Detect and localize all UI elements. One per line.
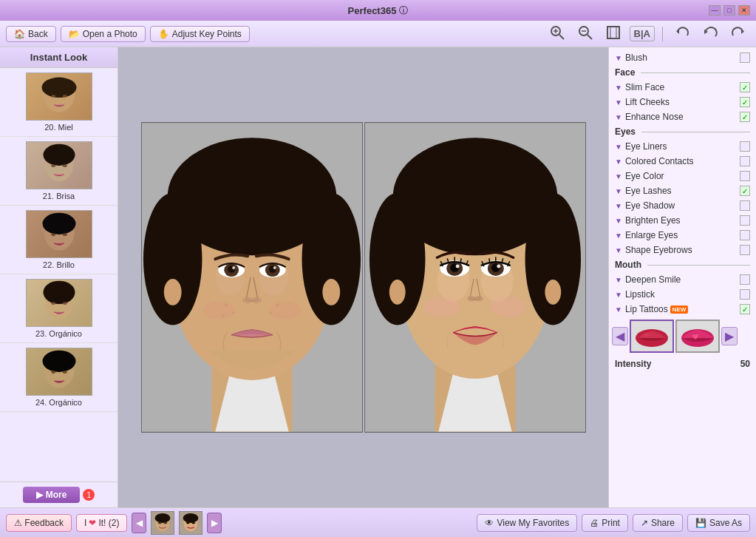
svg-point-51 (251, 297, 262, 303)
colored-contacts-checkbox[interactable] (740, 156, 750, 166)
app-title: Perfect365 (348, 5, 397, 16)
blush-arrow[interactable]: ▼ (615, 54, 622, 62)
eye-lashes-arrow[interactable]: ▼ (615, 187, 622, 195)
adjust-key-points-button[interactable]: ✋ Adjust Key Points (150, 26, 250, 42)
lip-thumb-1[interactable] (630, 320, 674, 353)
open-photo-button[interactable]: 📂 Open a Photo (61, 26, 146, 42)
slim-face-arrow[interactable]: ▼ (615, 84, 622, 92)
next-thumb-button[interactable]: ▶ (207, 513, 222, 533)
lipstick-label: Lipstick (625, 289, 737, 300)
sidebar-label-23: 23. Orgánico (35, 329, 82, 338)
slim-face-checkbox[interactable]: ✓ (740, 82, 750, 92)
favorites-icon: 👁 (485, 518, 494, 528)
restore-button[interactable]: □ (723, 5, 735, 16)
lipstick-checkbox[interactable] (740, 289, 750, 300)
sidebar-thumb-24 (26, 348, 92, 396)
sidebar-thumb-22 (26, 210, 92, 258)
sidebar-item-22[interactable]: 22. Brillo (0, 206, 118, 274)
feedback-button[interactable]: ⚠ Feedback (6, 514, 72, 532)
eye-color-checkbox[interactable] (740, 171, 750, 181)
brighten-eyes-arrow[interactable]: ▼ (615, 217, 622, 225)
eye-lashes-label: Eye Lashes (625, 186, 737, 196)
enhance-nose-label: Enhance Nose (625, 112, 737, 122)
bia-button[interactable]: B|A (630, 26, 655, 41)
redo-button[interactable] (726, 24, 750, 44)
ilike-button[interactable]: I ❤ It! (2) (76, 514, 127, 532)
blush-row: ▼ Blush (609, 50, 756, 65)
minimize-button[interactable]: — (709, 5, 721, 16)
shape-eyebrows-row: ▼ Shape Eyebrows (609, 243, 756, 257)
close-button[interactable]: ✕ (738, 5, 750, 16)
deepen-smile-label: Deepen Smile (625, 274, 737, 285)
view-favorites-button[interactable]: 👁 View My Favorites (477, 514, 577, 532)
svg-point-60 (322, 279, 340, 305)
lip-next-arrow[interactable]: ▶ (721, 327, 738, 345)
more-arrow-icon: ▶ (36, 490, 43, 500)
fit-button[interactable] (602, 24, 625, 44)
deepen-smile-checkbox[interactable] (740, 274, 750, 285)
shape-eyebrows-label: Shape Eyebrows (625, 245, 737, 255)
blush-checkbox[interactable] (740, 53, 750, 63)
brighten-eyes-label: Brighten Eyes (625, 215, 737, 226)
lip-tattoos-checkbox[interactable]: ✓ (740, 304, 750, 314)
lip-thumb-2[interactable] (675, 320, 720, 353)
lipstick-row: ▼ Lipstick (609, 287, 756, 302)
undo2-button[interactable] (698, 24, 722, 44)
enhance-nose-arrow[interactable]: ▼ (615, 113, 622, 121)
lift-cheeks-arrow[interactable]: ▼ (615, 98, 622, 107)
lift-cheeks-checkbox[interactable]: ✓ (740, 97, 750, 107)
eye-shadow-checkbox[interactable] (740, 200, 750, 211)
enlarge-eyes-arrow[interactable]: ▼ (615, 232, 622, 240)
feedback-icon: ⚠ (14, 518, 22, 528)
save-as-button[interactable]: 💾 Save As (687, 514, 750, 532)
face-section-header: Face (609, 65, 756, 80)
svg-point-71 (489, 297, 526, 317)
eye-shadow-arrow[interactable]: ▼ (615, 202, 622, 210)
enhance-nose-checkbox[interactable]: ✓ (740, 112, 750, 122)
lip-tattoos-arrow[interactable]: ▼ (615, 305, 622, 314)
eye-shadow-label: Eye Shadow (625, 200, 737, 211)
toolbar: 🏠 Back 📂 Open a Photo ✋ Adjust Key Point… (0, 21, 756, 47)
print-button[interactable]: 🖨 Print (582, 514, 628, 532)
colored-contacts-arrow[interactable]: ▼ (615, 158, 622, 166)
prev-thumb-button[interactable]: ◀ (132, 513, 146, 533)
sidebar-item-20[interactable]: 20. Miel (0, 68, 118, 137)
eye-liners-checkbox[interactable] (740, 141, 750, 152)
lip-prev-arrow[interactable]: ◀ (612, 327, 628, 345)
zoom-out-button[interactable] (573, 24, 597, 44)
title-bar: Perfect365 ⓘ — □ ✕ (0, 0, 756, 21)
svg-point-54 (225, 304, 227, 306)
shape-eyebrows-checkbox[interactable] (740, 245, 750, 255)
sidebar-item-24[interactable]: 24. Orgánico (0, 343, 118, 412)
brighten-eyes-checkbox[interactable] (740, 215, 750, 226)
svg-point-93 (545, 280, 561, 305)
sidebar-item-21[interactable]: 21. Brisa (0, 137, 118, 206)
svg-point-78 (455, 265, 459, 268)
eye-lashes-row: ▼ Eye Lashes ✓ (609, 183, 756, 198)
lip-tattoos-thumbnails: ◀ ▶ (609, 317, 756, 356)
back-button[interactable]: 🏠 Back (6, 26, 56, 42)
svg-point-49 (273, 266, 276, 269)
svg-point-59 (163, 279, 181, 305)
share-button[interactable]: ↗ Share (633, 514, 683, 532)
info-icon[interactable]: ⓘ (399, 4, 408, 17)
eye-lashes-checkbox[interactable]: ✓ (740, 186, 750, 196)
zoom-in-button[interactable] (545, 24, 569, 44)
eye-liners-arrow[interactable]: ▼ (615, 143, 622, 151)
enlarge-eyes-checkbox[interactable] (740, 230, 750, 240)
after-photo (364, 122, 586, 433)
intensity-label: Intensity (615, 359, 738, 369)
svg-point-22 (42, 213, 75, 234)
svg-point-79 (497, 265, 500, 268)
eye-color-arrow[interactable]: ▼ (615, 172, 622, 180)
sidebar-item-23[interactable]: 23. Orgánico (0, 274, 118, 343)
mouth-section-header: Mouth (609, 257, 756, 272)
deepen-smile-arrow[interactable]: ▼ (615, 276, 622, 284)
shape-eyebrows-arrow[interactable]: ▼ (615, 246, 622, 254)
undo-button[interactable] (670, 24, 694, 44)
more-button[interactable]: ▶ More (23, 487, 81, 503)
svg-line-5 (588, 35, 592, 39)
svg-point-104 (183, 513, 199, 522)
lift-cheeks-label: Lift Cheeks (625, 97, 737, 107)
lipstick-arrow[interactable]: ▼ (615, 291, 622, 299)
